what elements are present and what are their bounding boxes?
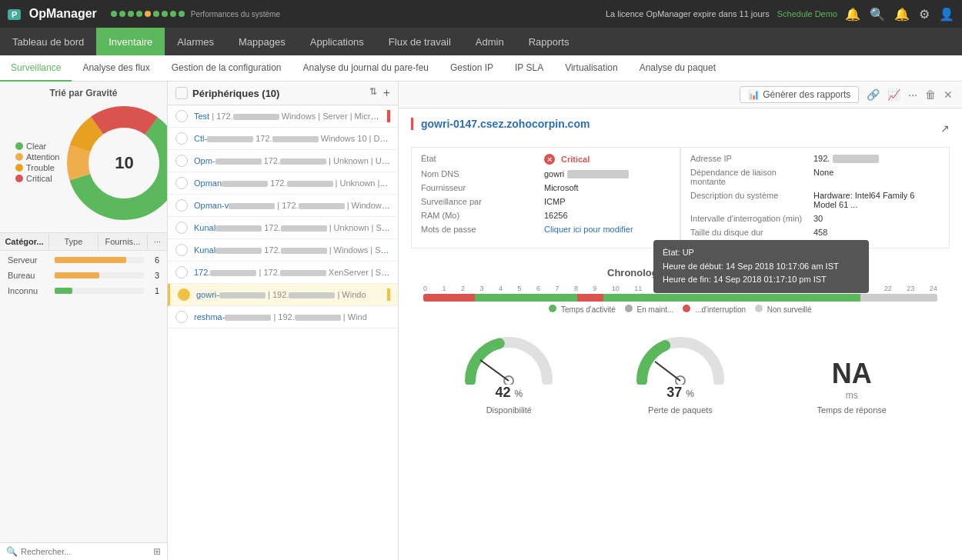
tooltip-end: Heure de fin: 14 Sep 2018 01:17:10 pm IS…: [663, 273, 860, 287]
device-checkbox-5[interactable]: [175, 199, 188, 212]
mots-passe-value[interactable]: Cliquer ici pour modifier: [544, 225, 633, 234]
nav-applications[interactable]: Applications: [298, 28, 376, 55]
tab-categorie[interactable]: Catégor...: [0, 233, 49, 250]
nav-flux-travail[interactable]: Flux de travail: [376, 28, 463, 55]
info-row-mots-passe: Mots de passe Cliquer ici pour modifier: [421, 225, 670, 234]
search-bar: 🔍 ⊞: [0, 542, 167, 560]
dot-6: [153, 11, 159, 17]
bar-seg-gray: [860, 294, 937, 302]
ram-label: RAM (Mo): [421, 211, 544, 220]
sub-nav-paquet[interactable]: Analyse du paquet: [629, 55, 727, 82]
delete-icon[interactable]: 🗑: [925, 88, 936, 101]
device-name-10: reshma- | 192. | Wind: [194, 312, 390, 322]
sub-nav-gestion-ip[interactable]: Gestion IP: [439, 55, 504, 82]
legend-dot-attention: [15, 153, 23, 161]
status-bar-1: [387, 110, 390, 122]
notification-icon[interactable]: 🔔: [894, 7, 910, 22]
description-label: Description du système: [690, 191, 813, 200]
cat-row-bureau: Bureau 3: [8, 271, 159, 280]
legend-maintenance: En maint...: [625, 305, 674, 314]
sub-nav-journal[interactable]: Analyse du journal du pare-feu: [292, 55, 439, 82]
device-name-7: Kunal 172. | Windows | Server | Micro: [194, 245, 390, 255]
generate-report-label: Génèrer des rapports: [763, 89, 850, 100]
search-input[interactable]: [21, 547, 153, 556]
more-icon[interactable]: ···: [908, 88, 917, 101]
cat-label-bureau: Bureau: [8, 271, 50, 280]
adresse-ip-label: Adresse IP: [690, 154, 813, 163]
sub-nav-flux[interactable]: Analyse des flux: [72, 55, 160, 82]
device-checkbox-7[interactable]: [175, 244, 188, 256]
report-icon: 📊: [748, 89, 760, 100]
select-all-checkbox[interactable]: [175, 87, 188, 99]
legend-attention: Attention: [15, 152, 59, 162]
device-checkbox-8[interactable]: [175, 266, 188, 278]
device-row-opmanv[interactable]: Opman-v | 172. | Windows 2012 R2: [168, 195, 398, 217]
bell-icon[interactable]: 🔔: [845, 7, 860, 22]
cat-bar-inconnu: [55, 288, 144, 294]
device-checkbox-3[interactable]: [175, 155, 188, 167]
filter-icon[interactable]: ⊞: [153, 546, 161, 557]
sub-nav-surveillance[interactable]: Surveillance: [0, 55, 72, 82]
sub-nav-ip-sla[interactable]: IP SLA: [504, 55, 554, 82]
sort-icon[interactable]: ⇅: [369, 86, 377, 100]
device-name-4: Opman 172. | Unknown | Server | Unk: [194, 178, 390, 188]
device-row-kunal2[interactable]: Kunal 172. | Windows | Server | Micro: [168, 239, 398, 262]
device-row-reshma[interactable]: reshma- | 192. | Wind: [168, 306, 398, 328]
add-device-icon[interactable]: +: [383, 86, 390, 100]
nav-admin[interactable]: Admin: [463, 28, 516, 55]
search-icon[interactable]: 🔍: [870, 7, 885, 22]
device-row-opman[interactable]: Opman 172. | Unknown | Server | Unk: [168, 172, 398, 195]
schedule-demo-button[interactable]: Schedule Demo: [777, 9, 837, 18]
external-link-icon[interactable]: ↗: [940, 122, 950, 135]
close-icon[interactable]: ✕: [944, 88, 953, 101]
generate-report-button[interactable]: 📊 Génèrer des rapports: [740, 86, 859, 103]
user-icon[interactable]: 👤: [939, 7, 954, 22]
legend-color-unsupervised: [755, 305, 763, 312]
app-logo: P OpManager: [8, 7, 97, 21]
tab-type[interactable]: Type: [49, 233, 99, 250]
tooltip-start: Heure de début: 14 Sep 2018 10:17:06 am …: [663, 260, 860, 274]
adresse-ip-value: 192.: [813, 154, 879, 163]
right-panel: 📊 Génèrer des rapports 🔗 📈 ··· 🗑 ✕ gowri…: [399, 82, 962, 560]
nav-tableau-bord[interactable]: Tableau de bord: [0, 28, 96, 55]
cat-count-bureau: 3: [149, 271, 159, 280]
device-row-ctl[interactable]: Ctl- 172. Windows 10 | Desktop | Micro: [168, 128, 398, 150]
bar-seg-green-2: [603, 294, 860, 302]
availability-tooltip: État: UP Heure de début: 14 Sep 2018 10:…: [653, 240, 869, 293]
device-checkbox-1[interactable]: [175, 110, 188, 122]
settings-icon[interactable]: ⚙: [919, 7, 930, 22]
tab-fournisseur[interactable]: Fournis...: [99, 233, 148, 250]
device-row-gowri[interactable]: gowri- | 192. | Windo: [168, 284, 398, 306]
device-row-opm[interactable]: Opm- 172. | Unknown | Unknown | U: [168, 150, 398, 172]
gauge-unit-3: ms: [846, 390, 858, 401]
status-bar-9: [387, 288, 390, 301]
device-checkbox-2[interactable]: [175, 132, 188, 145]
sub-nav: Surveillance Analyse des flux Gestion de…: [0, 55, 962, 82]
gauge-section: 42 % Disponibilité: [411, 323, 950, 427]
device-checkbox-6[interactable]: [175, 222, 188, 234]
nav-alarmes[interactable]: Alarmes: [165, 28, 226, 55]
device-row-kunal1[interactable]: Kunal 172. | Unknown | Server | Unkno: [168, 217, 398, 239]
legend-dot-critical: [15, 175, 23, 182]
right-header: 📊 Génèrer des rapports 🔗 📈 ··· 🗑 ✕: [399, 82, 962, 108]
sub-nav-config[interactable]: Gestion de la configuration: [161, 55, 292, 82]
device-row-172[interactable]: 172. | 172. XenServer | Server | Citrix: [168, 262, 398, 284]
device-checkbox-9[interactable]: [178, 288, 190, 301]
legend-dot-trouble: [15, 164, 23, 172]
content-area: Trié par Gravité Clear Attention Trouble: [0, 82, 962, 560]
info-row-disque: Taille du disque dur 458: [690, 228, 940, 237]
nav-inventaire[interactable]: Inventaire: [96, 28, 165, 55]
device-checkbox-4[interactable]: [175, 177, 188, 189]
nav-rapports[interactable]: Rapports: [516, 28, 582, 55]
device-row-test[interactable]: Test | 172. Windows | Server | Microsoft…: [168, 105, 398, 128]
gauge-unit-2: %: [686, 388, 694, 399]
gauge-value-1: 42 %: [495, 385, 523, 401]
gauge-unit-1: %: [515, 388, 523, 399]
chart-icon[interactable]: 📈: [887, 88, 900, 101]
device-checkbox-10[interactable]: [175, 311, 188, 323]
dot-2: [119, 11, 125, 17]
sub-nav-virtualisation[interactable]: Virtualisation: [554, 55, 628, 82]
tab-more[interactable]: ···: [148, 233, 167, 250]
link-icon[interactable]: 🔗: [867, 88, 880, 101]
nav-mappages[interactable]: Mappages: [226, 28, 298, 55]
